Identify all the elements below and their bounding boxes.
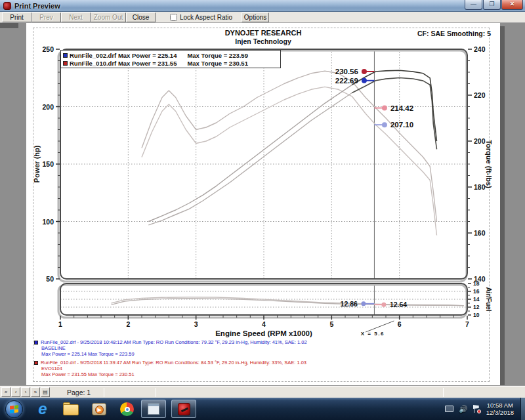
lock-aspect-checkbox-input[interactable] [170,14,177,21]
taskbar: e ▶ 🔊 10:58 AM 12/3/2018 [0,398,525,420]
svg-text:10: 10 [473,312,480,318]
dynojet-red-icon [178,403,190,415]
legend-torque-run1: Max Torque = 223.59 [187,52,248,59]
lock-aspect-ratio-checkbox[interactable]: Lock Aspect Ratio [170,14,232,21]
run2-maxima: Max Power = 231.55 Max Torque = 230.51 [41,371,307,377]
legend-swatch-run2 [63,61,68,66]
svg-text:100: 100 [42,218,54,226]
svg-text:16: 16 [473,288,480,295]
svg-text:5: 5 [329,320,333,328]
statusbar-divider [156,388,156,397]
show-desktop-button[interactable] [520,398,525,420]
clock-date: 12/3/2018 [486,409,514,416]
run-info-1: RunFile_002.drf - 9/25/2018 10:48:12 AM … [34,339,307,357]
lock-aspect-label: Lock Aspect Ratio [180,14,232,21]
taskbar-open-app-window[interactable] [141,400,166,418]
clock-time: 10:58 AM [486,402,514,409]
svg-text:200: 200 [42,103,54,111]
first-page-button[interactable]: « [1,387,10,397]
svg-text:Power (hp): Power (hp) [33,145,41,182]
taskbar-item-explorer[interactable] [62,400,79,417]
window-title: Print Preview [14,2,60,10]
svg-text:250: 250 [42,45,54,53]
media-player-icon: ▶ [95,406,104,414]
run2-conditions: RunFile_010.drf - 9/25/2018 11:39:47 AM … [41,360,306,366]
taskbar-open-app-dynojet[interactable] [171,400,196,418]
dyno-graph[interactable]: 5010015020025014016018020022024010121416… [26,23,500,386]
svg-text:7: 7 [465,320,469,328]
svg-text:200: 200 [474,137,486,145]
statusbar-divider [104,388,104,397]
prev-page-button[interactable]: ‹ [11,387,20,397]
svg-text:230.56: 230.56 [335,68,358,75]
run1-name: BASELINE [41,345,307,351]
taskbar-clock[interactable]: 10:58 AM 12/3/2018 [486,402,514,416]
action-center-flag-icon[interactable] [473,405,480,413]
taskbar-item-media-player[interactable]: ▶ [91,400,108,417]
svg-text:240: 240 [474,45,486,53]
dynojet-app-icon [3,2,11,10]
start-button[interactable] [5,400,23,418]
page-layout-button[interactable]: ▤ [41,387,50,397]
svg-text:18: 18 [473,280,480,287]
legend-box: RunFile_002.drf Max Power = 225.14 Max T… [60,50,281,68]
svg-text:6: 6 [398,320,402,328]
last-page-button[interactable]: » [31,387,40,397]
minimize-button[interactable]: — [465,0,482,10]
toolbar: Print Prev Next Zoom Out Close Lock Aspe… [0,12,525,23]
svg-text:Air/Fuel: Air/Fuel [485,287,492,311]
run1-swatch [34,341,38,345]
svg-text:150: 150 [42,160,54,168]
page-number-label: Page: 1 [67,388,91,396]
next-button[interactable]: Next [61,12,91,22]
svg-text:3: 3 [194,320,198,328]
taskbar-item-chrome[interactable] [119,400,136,417]
svg-text:12.86: 12.86 [341,300,358,308]
svg-text:180: 180 [474,183,486,191]
svg-text:50: 50 [46,275,54,283]
legend-swatch-run1 [63,53,68,58]
svg-text:14: 14 [473,296,480,303]
svg-text:4: 4 [262,320,266,328]
network-icon[interactable] [445,406,453,412]
statusbar-divider [443,388,444,397]
taskbar-item-ie[interactable]: e [34,400,51,417]
page-corner-shadow [0,23,18,28]
run2-swatch [34,361,38,365]
title-bar[interactable]: Print Preview — ❐ ✕ [0,0,525,12]
svg-text:160: 160 [474,229,486,237]
app-window-icon [148,403,159,415]
legend-row-run2: RunFile_010.drf Max Power = 231.55 Max T… [63,59,278,67]
legend-text-run2: RunFile_010.drf Max Power = 231.55 [70,60,177,67]
svg-text:Torque (ft-lbs): Torque (ft-lbs) [485,140,493,188]
run-info-2: RunFile_010.drf - 9/25/2018 11:39:47 AM … [34,360,307,377]
status-bar: « ‹ › » ▤ Page: 1 [0,386,525,398]
svg-text:12.64: 12.64 [390,301,407,308]
print-preview-page: DYNOJET RESEARCH Injen Technology CF: SA… [26,23,500,386]
maximize-button[interactable]: ❐ [483,0,501,10]
svg-text:222.69: 222.69 [335,77,358,85]
svg-text:1: 1 [58,320,62,328]
svg-text:X = 5.6: X = 5.6 [361,331,385,337]
run2-name: EVO1104 [41,366,307,371]
options-button[interactable]: Options [242,12,269,22]
legend-row-run1: RunFile_002.drf Max Power = 225.14 Max T… [63,51,278,59]
run1-maxima: Max Power = 225.14 Max Torque = 223.59 [41,351,307,357]
legend-torque-run2: Max Torque = 230.51 [187,60,248,67]
system-tray: 🔊 10:58 AM 12/3/2018 [445,398,525,420]
next-page-button[interactable]: › [21,387,30,397]
volume-icon[interactable]: 🔊 [459,405,468,413]
close-window-button[interactable]: ✕ [501,0,523,10]
zoom-out-button[interactable]: Zoom Out [91,12,126,22]
legend-text-run1: RunFile_002.drf Max Power = 225.14 [70,52,177,59]
svg-text:214.42: 214.42 [390,104,413,112]
svg-text:Engine Speed (RPM x1000): Engine Speed (RPM x1000) [215,329,312,337]
svg-text:2: 2 [126,320,130,328]
svg-text:12: 12 [473,304,480,310]
print-button[interactable]: Print [2,12,32,22]
prev-button[interactable]: Prev [32,12,61,22]
screen: Print Preview — ❐ ✕ Print Prev Next Zoom… [0,0,525,420]
svg-text:207.10: 207.10 [390,121,413,129]
close-preview-button[interactable]: Close [126,12,156,22]
windows-flag-icon [10,405,18,413]
